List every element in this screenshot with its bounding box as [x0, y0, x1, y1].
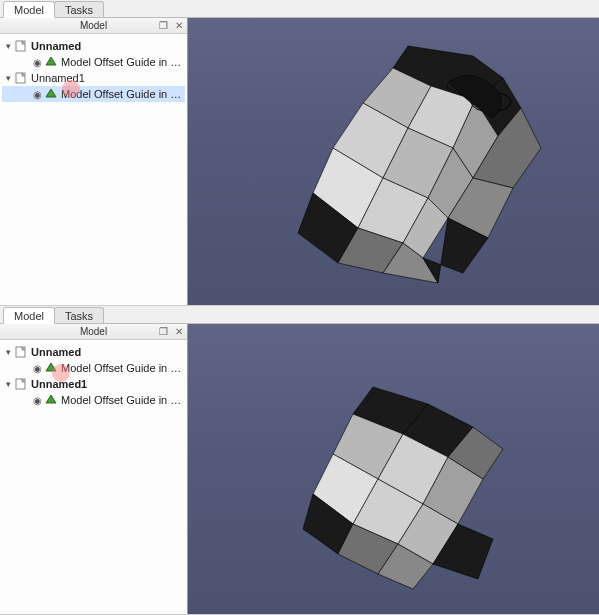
tab-tasks[interactable]: Tasks	[54, 307, 104, 323]
viewport-3d[interactable]	[188, 18, 599, 305]
mesh-model-render	[188, 18, 598, 305]
work-area: Model ❐ ✕ ▾ Unnamed ◉	[0, 18, 599, 305]
app-instance-top: Model Tasks Model ❐ ✕ ▾ Unnamed	[0, 0, 599, 306]
tree-group-unnamed[interactable]: ▾ Unnamed	[2, 38, 185, 54]
svg-marker-1	[46, 57, 56, 65]
eye-icon[interactable]: ◉	[30, 89, 44, 100]
model-tree: ▾ Unnamed ◉ Model Offset Guide in FreeCA…	[0, 34, 187, 106]
mesh-icon	[44, 394, 58, 406]
work-area: Model ❐ ✕ ▾ Unnamed ◉	[0, 324, 599, 614]
tab-model[interactable]: Model	[3, 307, 55, 324]
tree-label: Unnamed1	[28, 378, 87, 390]
document-icon	[14, 72, 28, 84]
eye-icon[interactable]: ◉	[30, 363, 44, 374]
document-icon	[14, 40, 28, 52]
panel-title: Model	[80, 326, 107, 337]
side-panel: Model ❐ ✕ ▾ Unnamed ◉	[0, 18, 188, 305]
panel-close-icon[interactable]: ✕	[172, 19, 185, 32]
panel-close-icon[interactable]: ✕	[172, 325, 185, 338]
model-tree: ▾ Unnamed ◉ Model Offset Guide in FreeCA…	[0, 340, 187, 412]
chevron-down-icon[interactable]: ▾	[2, 348, 14, 357]
tree-item-selected[interactable]: ◉ Model Offset Guide in FreeCAD_R2-Body_…	[2, 86, 185, 102]
tree-label: Unnamed	[28, 346, 81, 358]
tree-group-unnamed1[interactable]: ▾ Unnamed1	[2, 70, 185, 86]
chevron-down-icon[interactable]: ▾	[2, 42, 14, 51]
tree-label: Unnamed	[28, 40, 81, 52]
panel-float-icon[interactable]: ❐	[157, 325, 170, 338]
tree-item[interactable]: ◉ Model Offset Guide in FreeCAD_R2-Body	[2, 54, 185, 70]
tree-label: Unnamed1	[28, 72, 85, 84]
eye-icon[interactable]: ◉	[30, 57, 44, 68]
tree-group-unnamed1[interactable]: ▾ Unnamed1	[2, 376, 185, 392]
tree-label: Model Offset Guide in FreeCAD_R2-Body_..…	[58, 394, 185, 406]
viewport-3d[interactable]	[188, 324, 599, 614]
tree-item[interactable]: ◉ Model Offset Guide in FreeCAD_R2-Body_…	[2, 392, 185, 408]
document-icon	[14, 378, 28, 390]
document-icon	[14, 346, 28, 358]
top-tabs: Model Tasks	[0, 0, 599, 18]
mesh-icon	[44, 56, 58, 68]
tree-label: Model Offset Guide in FreeCAD_R2-Body	[58, 362, 185, 374]
mesh-model-render	[188, 324, 598, 614]
chevron-down-icon[interactable]: ▾	[2, 380, 14, 389]
panel-float-icon[interactable]: ❐	[157, 19, 170, 32]
top-tabs: Model Tasks	[0, 306, 599, 324]
tree-item[interactable]: ◉ Model Offset Guide in FreeCAD_R2-Body	[2, 360, 185, 376]
side-panel: Model ❐ ✕ ▾ Unnamed ◉	[0, 324, 188, 614]
tree-group-unnamed[interactable]: ▾ Unnamed	[2, 344, 185, 360]
chevron-down-icon[interactable]: ▾	[2, 74, 14, 83]
tab-tasks[interactable]: Tasks	[54, 1, 104, 17]
mesh-icon	[44, 88, 58, 100]
panel-header: Model ❐ ✕	[0, 324, 187, 340]
mesh-icon	[44, 362, 58, 374]
tab-model[interactable]: Model	[3, 1, 55, 18]
svg-marker-24	[46, 363, 56, 371]
app-instance-bottom: Model Tasks Model ❐ ✕ ▾ Unnamed	[0, 306, 599, 615]
tree-label: Model Offset Guide in FreeCAD_R2-Body	[58, 56, 185, 68]
tree-label: Model Offset Guide in FreeCAD_R2-Body_..…	[58, 88, 185, 100]
svg-marker-3	[46, 89, 56, 97]
panel-title: Model	[80, 20, 107, 31]
eye-icon[interactable]: ◉	[30, 395, 44, 406]
panel-header: Model ❐ ✕	[0, 18, 187, 34]
svg-marker-26	[46, 395, 56, 403]
